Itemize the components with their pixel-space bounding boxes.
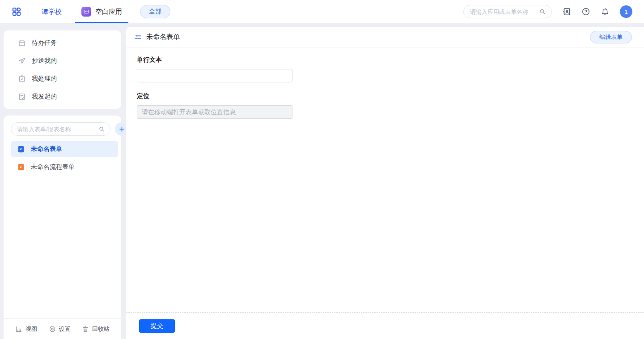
field-location: 定位 <box>137 92 644 119</box>
form-view-header: 未命名表单 编辑表单 <box>126 27 644 47</box>
tab-label: 空白应用 <box>95 8 122 16</box>
sidebar-item-unnamed-flow-form[interactable]: 未命名流程表单 <box>11 159 118 175</box>
tab-blank-app[interactable]: 空白应用 <box>75 0 128 23</box>
sidebar-item-label: 我发起的 <box>32 93 57 101</box>
form-doc-icon-blue <box>17 145 25 153</box>
sidebar-item-label: 待办任务 <box>32 39 57 47</box>
field-label: 定位 <box>137 92 644 100</box>
topbar-divider <box>29 8 29 15</box>
chart-icon <box>15 326 22 333</box>
sidebar-item-cc-to-me[interactable]: 抄送我的 <box>4 52 121 70</box>
form-search-input[interactable] <box>16 125 97 133</box>
footer-item-label: 视图 <box>25 325 37 333</box>
bell-icon[interactable] <box>601 7 610 16</box>
sidebar-item-label: 未命名流程表单 <box>31 163 75 171</box>
form-footer: 提交 <box>126 312 644 339</box>
purple-app-icon <box>81 7 91 17</box>
location-input <box>137 105 292 119</box>
topbar: 谭学校 空白应用 全部 <box>0 0 644 23</box>
settings-icon <box>49 326 56 333</box>
plus-icon <box>119 126 125 133</box>
recycle-bin-button[interactable]: 回收站 <box>82 325 110 333</box>
doc-edit-icon <box>18 93 26 101</box>
send-icon <box>18 57 26 65</box>
global-search[interactable] <box>463 5 552 18</box>
form-search[interactable] <box>11 122 110 136</box>
user-avatar[interactable]: 1 <box>620 5 632 18</box>
search-icon <box>539 8 546 15</box>
calendar-icon <box>18 39 26 47</box>
workspace-link[interactable]: 谭学校 <box>42 8 62 16</box>
help-icon[interactable] <box>581 7 590 16</box>
submit-button[interactable]: 提交 <box>139 319 175 333</box>
single-line-text-input[interactable] <box>137 69 292 82</box>
clipboard-check-icon <box>18 75 26 83</box>
global-search-input[interactable] <box>469 8 536 16</box>
sidebar-footer: 视图 设置 回收站 <box>4 318 121 339</box>
views-button[interactable]: 视图 <box>15 325 37 333</box>
field-label: 单行文本 <box>137 56 644 64</box>
sidebar-item-handled-by-me[interactable]: 我处理的 <box>4 70 121 88</box>
page-title: 未命名表单 <box>146 33 180 41</box>
sidebar-item-todo-tasks[interactable]: 待办任务 <box>4 34 121 52</box>
footer-item-label: 回收站 <box>92 325 110 333</box>
form-doc-icon-orange <box>17 163 25 171</box>
topbar-right: 1 <box>463 5 632 18</box>
filter-all-pill[interactable]: 全部 <box>140 5 170 18</box>
sidebar-item-label: 我处理的 <box>32 75 57 83</box>
sidebar-item-unnamed-form[interactable]: 未命名表单 <box>11 141 118 157</box>
collapse-sidebar-icon[interactable] <box>133 33 142 42</box>
footer-item-label: 设置 <box>59 325 71 333</box>
apps-grid-icon <box>12 7 21 17</box>
search-icon <box>98 126 105 133</box>
field-single-line-text: 单行文本 <box>137 56 644 82</box>
contacts-icon[interactable] <box>562 7 571 16</box>
sidebar-item-label: 未命名表单 <box>31 145 62 153</box>
sidebar-forms-card: 未命名表单 未命名流程表单 视图 <box>4 116 121 339</box>
sidebar-task-card: 待办任务 抄送我的 我处理的 我发 <box>4 30 121 109</box>
form-search-row <box>4 116 121 140</box>
settings-button[interactable]: 设置 <box>49 325 71 333</box>
edit-form-button[interactable]: 编辑表单 <box>590 31 632 43</box>
form-view-panel: 未命名表单 编辑表单 单行文本 定位 提交 <box>126 27 644 339</box>
sidebar-item-label: 抄送我的 <box>32 57 57 65</box>
apps-grid-button[interactable] <box>12 7 21 17</box>
form-area: 单行文本 定位 <box>126 47 644 119</box>
sidebar-item-started-by-me[interactable]: 我发起的 <box>4 88 121 106</box>
trash-icon <box>82 326 89 333</box>
